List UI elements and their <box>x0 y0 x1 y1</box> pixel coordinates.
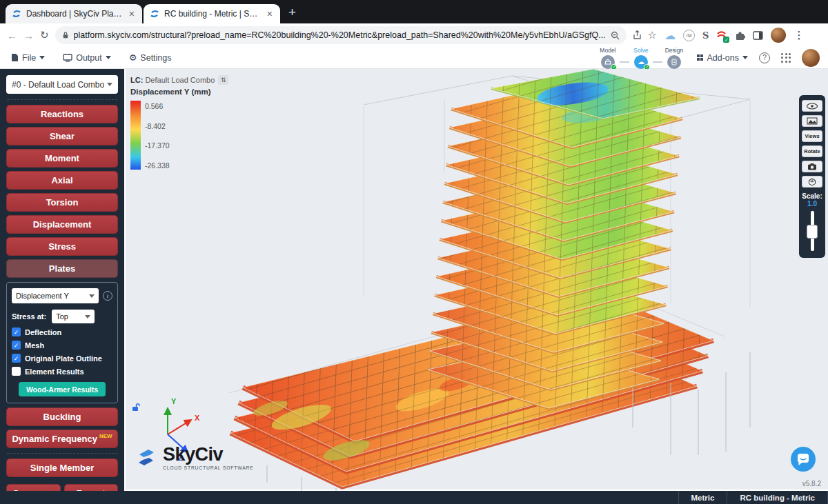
file-menu[interactable]: File <box>11 53 45 63</box>
wood-armer-results-button[interactable]: Wood-Armer Results <box>19 382 106 396</box>
unit-system-cell[interactable]: Metric <box>678 491 727 504</box>
sidepanel-icon[interactable] <box>753 31 763 40</box>
extensions-puzzle-icon[interactable] <box>735 30 745 41</box>
stress-button[interactable]: Stress <box>6 237 118 256</box>
screenshot-button[interactable] <box>802 161 822 172</box>
divider <box>7 453 117 454</box>
back-icon[interactable]: ← <box>7 30 17 41</box>
views-button[interactable]: Views <box>802 130 822 142</box>
lc-label: LC: Default Load Combo <box>130 76 215 84</box>
bookmark-star-icon[interactable]: ☆ <box>648 29 657 41</box>
settings-menu[interactable]: ⚙ Settings <box>129 53 172 63</box>
plate-result-select[interactable]: Displacement Y <box>12 288 99 303</box>
checkbox-icon: ✓ <box>12 354 21 363</box>
x-axis-label: X <box>195 414 200 422</box>
workflow-solve[interactable]: Solve ☁ ✓ <box>629 47 653 69</box>
share-icon[interactable] <box>633 30 642 40</box>
load-combo-select[interactable]: #0 - Default Load Combo <box>6 75 118 94</box>
dynamic-frequency-button[interactable]: Dynamic Frequency NEW <box>6 430 118 448</box>
workflow-connector <box>653 61 662 63</box>
output-monitor-icon <box>63 54 72 62</box>
moment-button[interactable]: Moment <box>6 149 118 168</box>
workflow-design[interactable]: Design <box>662 47 686 69</box>
element-results-checkbox[interactable]: Element Results <box>12 367 112 376</box>
checkbox-label: Original Plate Outline <box>25 354 102 363</box>
logo-subtitle: CLOUD STRUCTURAL SOFTWARE <box>163 465 254 470</box>
solve-step-icon: ☁ ✓ <box>634 55 648 69</box>
forward-icon[interactable]: → <box>23 30 34 41</box>
chevron-down-icon <box>89 294 95 298</box>
red-extension-icon[interactable]: ✓ <box>716 30 727 41</box>
lc-value: Default Load Combo <box>145 76 215 84</box>
rotate-button[interactable]: Rotate <box>802 145 822 157</box>
skyciv-app-window: Dashboard | SkyCiv Platform × RC buildin… <box>0 0 828 504</box>
rm-extension-icon[interactable]: rM <box>683 30 695 41</box>
3d-cube-button[interactable] <box>802 176 822 188</box>
tab-close-icon[interactable]: × <box>128 9 136 19</box>
cube-icon <box>808 178 816 186</box>
mesh-checkbox[interactable]: ✓ Mesh <box>12 341 112 350</box>
output-menu[interactable]: Output <box>63 53 111 63</box>
checkbox-label: Mesh <box>25 341 44 350</box>
browser-menu-icon[interactable]: ⋮ <box>793 29 804 41</box>
info-icon[interactable]: i <box>103 291 112 301</box>
legend-title: Displacement Y (mm) <box>130 88 228 96</box>
model-step-icon: ✓ <box>601 55 615 69</box>
design-step-icon <box>667 55 681 69</box>
workflow-steps: Model ✓ Solve ☁ ✓ Design <box>596 47 686 69</box>
url-text[interactable]: platform.skyciv.com/structural?preload_n… <box>74 30 606 40</box>
torsion-button[interactable]: Torsion <box>6 193 118 212</box>
extension-check-badge: ✓ <box>723 37 729 43</box>
project-name-cell[interactable]: RC building - Metric <box>727 491 828 504</box>
tab-dashboard[interactable]: Dashboard | SkyCiv Platform × <box>6 4 142 23</box>
deflection-checkbox[interactable]: ✓ Deflection <box>12 327 112 336</box>
version-label: v5.8.2 <box>802 480 821 487</box>
stress-at-select[interactable]: Top <box>52 310 95 323</box>
tab-rc-building[interactable]: RC building - Metric | SkyCiv × <box>144 4 280 23</box>
reactions-button[interactable]: Reactions <box>6 105 118 123</box>
s-extension-icon[interactable]: S <box>702 30 709 41</box>
zoom-out-icon[interactable] <box>611 31 620 40</box>
displacement-button[interactable]: Displacement <box>6 215 118 234</box>
address-bar[interactable]: platform.skyciv.com/structural?preload_n… <box>55 26 627 44</box>
browser-profile-avatar[interactable] <box>771 28 786 43</box>
visibility-button[interactable] <box>802 100 822 112</box>
scale-slider[interactable] <box>807 211 818 251</box>
shear-button[interactable]: Shear <box>6 127 118 145</box>
cloud-extension-icon[interactable]: ☁ <box>664 29 676 42</box>
skyciv-logo-mark <box>134 446 159 470</box>
y-axis-label: Y <box>171 397 177 405</box>
new-tab-button[interactable]: + <box>288 5 296 20</box>
chevron-down-icon <box>85 315 90 319</box>
scale-label: Scale: <box>802 192 822 200</box>
workflow-model[interactable]: Model ✓ <box>596 47 620 69</box>
3d-viewport[interactable]: LC: Default Load Combo ⇅ Displacement Y … <box>124 69 828 491</box>
checkbox-icon <box>12 367 21 376</box>
buckling-button[interactable]: Buckling <box>6 407 118 426</box>
help-button[interactable]: ? <box>759 52 770 63</box>
plates-button[interactable]: Plates <box>6 259 118 278</box>
render-button[interactable] <box>802 115 822 127</box>
slider-thumb[interactable] <box>807 225 818 239</box>
report-button[interactable]: Report <box>64 484 119 491</box>
user-avatar[interactable] <box>802 49 820 67</box>
plates-options-panel: Displacement Y i Stress at: Top ✓ Deflec… <box>6 282 118 403</box>
checkbox-icon: ✓ <box>12 327 21 336</box>
workflow-solve-label: Solve <box>633 47 648 54</box>
addons-menu[interactable]: Add-ons <box>697 53 748 63</box>
gear-icon: ⚙ <box>129 53 137 62</box>
single-member-button[interactable]: Single Member <box>6 458 118 477</box>
scale-value: 1.0 <box>807 200 817 208</box>
apps-grid-icon[interactable] <box>781 53 791 63</box>
summary-button[interactable]: Summary <box>6 484 61 491</box>
logo-name: SkyCiv <box>163 445 254 464</box>
reload-icon[interactable]: ↻ <box>40 29 49 41</box>
extension-icons: ☁ rM S ✓ ⋮ <box>664 28 804 43</box>
axial-button[interactable]: Axial <box>6 171 118 190</box>
settings-menu-label: Settings <box>140 53 171 63</box>
tab-close-icon[interactable]: × <box>266 9 274 19</box>
original-plate-outline-checkbox[interactable]: ✓ Original Plate Outline <box>12 354 112 363</box>
chat-support-button[interactable] <box>789 445 817 473</box>
legend-adjust-button[interactable]: ⇅ <box>218 75 228 85</box>
structure-3d-model[interactable] <box>126 69 828 491</box>
